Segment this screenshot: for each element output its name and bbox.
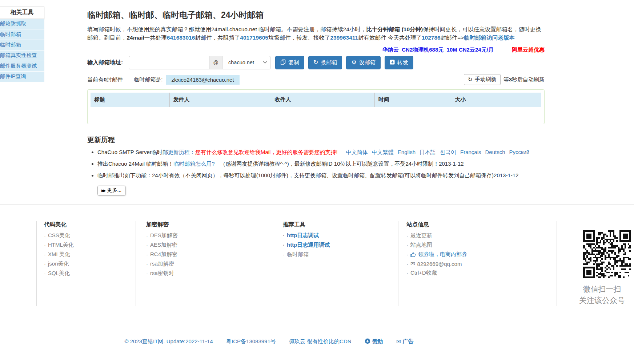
sidebar-item-3[interactable]: 邮箱真实性检查 xyxy=(0,50,44,61)
sidebar-item-4[interactable]: 邮件服务器测试 xyxy=(0,61,44,72)
icp-link[interactable]: 粤ICP备13083991号 xyxy=(226,338,276,344)
email-input-label: 输入邮箱地址: xyxy=(87,59,129,66)
ad-link-huanayun[interactable]: 华纳云_CN2物理机688元_10M CN2云24元/月 xyxy=(382,46,494,53)
current-mailbox-address[interactable]: zkxico24163@chacuo.net xyxy=(166,75,240,85)
cdn-link[interactable]: 佩玖云 很有性价比的CDN xyxy=(289,338,352,344)
forward-button[interactable]: 转发 xyxy=(385,56,413,69)
column-header-2: 收件人 xyxy=(271,93,374,107)
copy-button[interactable]: 复制 xyxy=(275,56,304,69)
footer-link[interactable]: ·http日志调试 xyxy=(283,232,398,239)
footer-link-label: RC4加解密 xyxy=(150,251,177,258)
plus-square-icon xyxy=(390,60,395,66)
copy-button-label: 复制 xyxy=(288,59,299,66)
language-link-4[interactable]: 한국어 xyxy=(440,149,456,155)
email-address-input[interactable] xyxy=(129,56,209,69)
changelog-link[interactable]: 更新历程： xyxy=(168,149,195,155)
sidebar-title: 相关工具 xyxy=(0,7,44,19)
update-item-1: ChaCuo SMTP Server临时邮更新历程：您有什么修改意见欢迎给我Ma… xyxy=(97,148,545,156)
footer-column-title: 推荐工具 xyxy=(283,221,398,228)
copy-icon xyxy=(280,59,286,66)
more-button[interactable]: ▶▶ 更多... xyxy=(97,186,125,195)
qr-caption-line1: 微信扫一扫 xyxy=(573,283,631,295)
intro-text: 封邮件=> xyxy=(441,35,464,41)
footer-link[interactable]: ·rsa密钥对 xyxy=(146,270,271,277)
footer-link[interactable]: ·XML美化 xyxy=(44,251,136,258)
refresh-icon: ↻ xyxy=(313,60,318,65)
mail-list-empty-area xyxy=(91,107,541,121)
intro-bold: 24mail xyxy=(127,35,144,41)
footer-link[interactable]: ·AES加解密 xyxy=(146,242,271,248)
footer-link[interactable]: ·站点地图 xyxy=(406,242,557,248)
sidebar-item-2[interactable]: 临时邮箱 xyxy=(0,40,44,50)
sidebar-item-1[interactable]: 临时邮箱 xyxy=(0,29,44,40)
footer-link[interactable]: ·HTML美化 xyxy=(44,242,136,248)
qr-caption-line2: 关注该公众号 xyxy=(573,295,631,306)
footer-bottom: © 2023查错IT网. Update:2022-11-14 粤ICP备1308… xyxy=(0,319,634,345)
column-header-1: 发件人 xyxy=(169,93,271,107)
intro-text: 一共处理 xyxy=(144,35,167,41)
update-item-2: 推出Chacuo 24Mail 临时邮箱！临时邮箱怎么用? （感谢网友提供详细教… xyxy=(97,159,545,168)
more-button-label: 更多... xyxy=(107,187,121,194)
status-row: 当前有0封邮件 临时邮箱是: zkxico24163@chacuo.net ↻ … xyxy=(87,74,545,85)
language-link-2[interactable]: English xyxy=(398,149,416,155)
footer-link[interactable]: ·最近更新 xyxy=(406,232,557,239)
gear-icon: ⚙ xyxy=(351,60,356,65)
temp-mail-page: { "colors": { "accent": "#337ab7", "butt… xyxy=(0,0,634,364)
advertise-link[interactable]: ✉广告 xyxy=(396,338,414,344)
intro-text: 垃圾邮件，转发、接收了 xyxy=(268,35,330,41)
manual-refresh-button[interactable]: ↻ 手动刷新 xyxy=(464,74,501,85)
sidebar-item-0[interactable]: 邮箱防抓取 xyxy=(0,19,44,29)
footer-link[interactable]: ·Ctrl+D收藏 xyxy=(406,270,557,276)
refresh-icon: ↻ xyxy=(468,76,473,83)
footer-column-title: 代码美化 xyxy=(44,221,136,228)
footer-link[interactable]: ·CSS美化 xyxy=(44,232,136,239)
footer-link[interactable]: ·领券啦，电商内部券 xyxy=(406,251,557,258)
domain-select[interactable]: chacuo.net xyxy=(222,56,270,69)
bullet-dot: · xyxy=(146,261,148,267)
intro-text: 填写邮箱时候，不想使用您的真实邮箱？那就使用24mail.chacuo.net … xyxy=(87,26,366,32)
domain-select-value: chacuo.net xyxy=(228,60,254,65)
footer-link[interactable]: ·✉8292669@qq.com xyxy=(406,260,557,267)
sponsor-link[interactable]: 赞助 xyxy=(365,338,383,344)
auto-refresh-countdown: 等3秒后自动刷新 xyxy=(503,76,545,83)
email-input-group: @ chacuo.net xyxy=(129,56,270,69)
footer-link[interactable]: ·rsa加解密 xyxy=(146,260,271,267)
ad-link-aliyun[interactable]: 阿里云超优惠 xyxy=(512,46,545,53)
manual-refresh-label: 手动刷新 xyxy=(475,76,497,83)
footer-link-label: http日志通用调试 xyxy=(287,242,330,248)
thumbs-up-icon xyxy=(410,252,416,257)
sidebar-item-5[interactable]: 邮件IP查询 xyxy=(0,72,44,82)
bullet-dot: · xyxy=(146,270,148,276)
footer-link[interactable]: ·http日志通用调试 xyxy=(283,242,398,248)
footer-link[interactable]: ·json美化 xyxy=(44,260,136,267)
old-version-link[interactable]: 临时邮箱访问老版本 xyxy=(464,35,515,41)
feedback-text: 您有什么修改意见欢迎给我Mail，更好的服务需要您的支持! xyxy=(195,149,338,155)
footer-link[interactable]: ·RC4加解密 xyxy=(146,251,271,258)
change-mailbox-label: 换邮箱 xyxy=(321,59,337,66)
language-link-1[interactable]: 中文繁體 xyxy=(372,149,394,155)
mail-count-text: 当前有0封邮件 xyxy=(87,76,123,83)
footer-link-label: DES加解密 xyxy=(150,232,178,239)
intro-text: 封有效邮件 今天共处理了 xyxy=(358,35,422,41)
sidebar-menu: 邮箱防抓取临时邮箱临时邮箱邮箱真实性检查邮件服务器测试邮件IP查询 xyxy=(0,19,44,82)
footer-link[interactable]: ·DES加解密 xyxy=(146,232,271,239)
footer-link[interactable]: ·临时邮箱 xyxy=(283,251,398,258)
language-link-6[interactable]: Deutsch xyxy=(485,149,505,155)
howto-link[interactable]: 临时邮箱怎么用? xyxy=(173,161,214,167)
language-link-3[interactable]: 日本語 xyxy=(420,149,436,155)
language-link-5[interactable]: Français xyxy=(460,149,481,155)
footer-column-title: 站点信息 xyxy=(406,221,557,228)
update-item-3: 临时邮推出如下功能：24小时有效（不关闭网页），每秒可以处理(1000封邮件)，… xyxy=(97,171,545,179)
change-mailbox-button[interactable]: ↻ 换邮箱 xyxy=(308,56,342,69)
language-link-0[interactable]: 中文简体 xyxy=(346,149,368,155)
update-text: 临时邮推出如下功能：24小时有效（不关闭网页），每秒可以处理(1000封邮件)，… xyxy=(97,172,518,178)
footer-link-label: rsa密钥对 xyxy=(150,270,174,277)
bullet-dot: · xyxy=(44,232,46,239)
mail-table-header-row: 标题发件人收件人时间大小 xyxy=(91,93,541,107)
update-text: ChaCuo SMTP Server临时邮 xyxy=(97,149,168,155)
updates-list: ChaCuo SMTP Server临时邮更新历程：您有什么修改意见欢迎给我Ma… xyxy=(89,148,545,179)
footer-link[interactable]: ·SQL美化 xyxy=(44,270,136,277)
set-mailbox-button[interactable]: ⚙ 设邮箱 xyxy=(346,56,380,69)
copyright-link[interactable]: © 2023查错IT网. Update:2022-11-14 xyxy=(124,338,213,344)
language-link-7[interactable]: Русский xyxy=(509,149,530,155)
